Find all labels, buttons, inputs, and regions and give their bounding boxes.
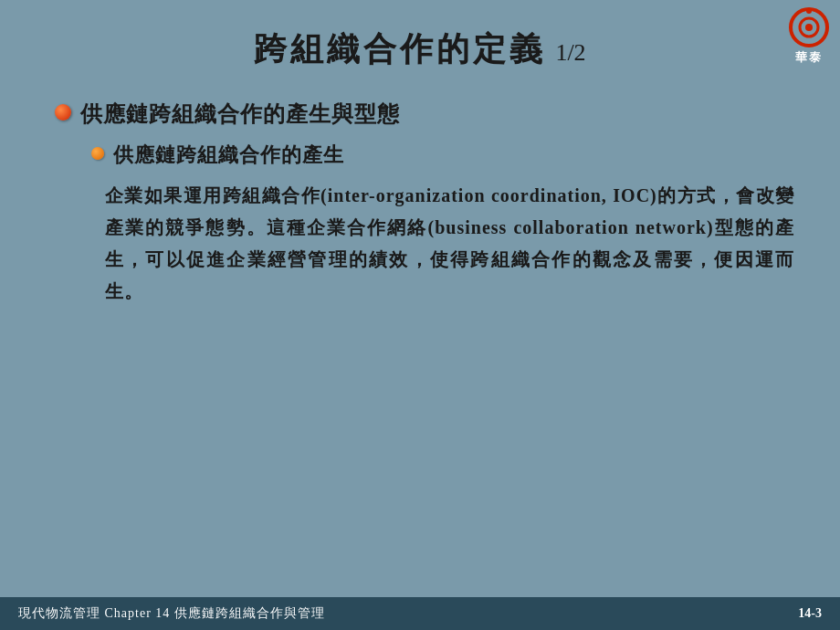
footer: 現代物流管理 Chapter 14 供應鏈跨組織合作與管理 14-3 [0, 597, 840, 630]
slide-title-sub: 1/2 [555, 39, 585, 66]
body-text: 企業如果運用跨組織合作(inter-organization coordinat… [105, 180, 794, 308]
svg-point-3 [806, 8, 812, 14]
logo-area: 華泰 [789, 7, 829, 66]
logo-icon [789, 7, 829, 47]
bullet-item-1: 供應鏈跨組織合作的產生與型態 [55, 100, 794, 131]
bullet-dot-orange-1 [91, 147, 104, 160]
bullet-dot-red-1 [55, 104, 71, 121]
bullet-item-2: 供應鏈跨組織合作的產生 [91, 142, 794, 170]
bullet-label-2: 供應鏈跨組織合作的產生 [113, 142, 344, 170]
content-area: 供應鏈跨組織合作的產生與型態 供應鏈跨組織合作的產生 企業如果運用跨組織合作(i… [46, 100, 794, 308]
svg-point-2 [805, 24, 813, 31]
main-content: 跨組織合作的定義1/2 供應鏈跨組織合作的產生與型態 供應鏈跨組織合作的產生 企… [0, 0, 840, 630]
slide-container: 華泰 跨組織合作的定義1/2 供應鏈跨組織合作的產生與型態 供應鏈跨組織合作的產… [0, 0, 840, 630]
bullet-label-1: 供應鏈跨組織合作的產生與型態 [80, 100, 400, 131]
title-area: 跨組織合作的定義1/2 [46, 27, 794, 72]
logo-text: 華泰 [795, 49, 823, 66]
slide-title: 跨組織合作的定義 [254, 31, 546, 68]
footer-left-text: 現代物流管理 Chapter 14 供應鏈跨組織合作與管理 [18, 605, 325, 622]
footer-right-text: 14-3 [798, 606, 822, 621]
